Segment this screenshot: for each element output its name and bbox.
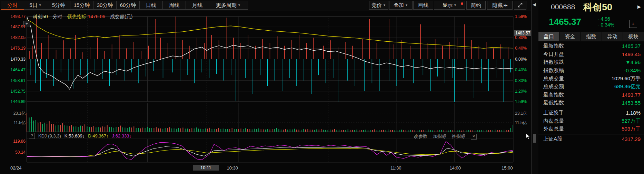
period-button-60分钟[interactable]: 60分钟 bbox=[116, 1, 140, 10]
divider bbox=[538, 108, 644, 108]
chart-region: 分时5日▼5分钟15分钟30分钟60分钟日线周线月线更多周期▼竞价▼叠加▼画线显… bbox=[0, 0, 531, 174]
double-arrow-icon: ▶▶ bbox=[504, 4, 507, 7]
time-label-11:30: 11:30 bbox=[390, 165, 402, 171]
time-label-10:11: 10:11 bbox=[193, 165, 219, 171]
price-tick-label: 1452.75 bbox=[1, 89, 26, 94]
time-axis: 02/2410:1110:3011:3014:0015:00 bbox=[0, 165, 531, 173]
chart-header: 科创50 分时 领先指标:1476.06 成交额(元) bbox=[33, 14, 132, 20]
period-button-分时[interactable]: 分时 bbox=[1, 1, 24, 10]
quote-row: 最低指数1453.55 bbox=[538, 99, 644, 107]
period-button-5分钟[interactable]: 5分钟 bbox=[47, 1, 70, 10]
scrollbar-thumb[interactable] bbox=[533, 134, 536, 143]
kdj-tick-label: 50.14 bbox=[1, 150, 26, 155]
trading-terminal: 分时5日▼5分钟15分钟30分钟60分钟日线周线月线更多周期▼竞价▼叠加▼画线显… bbox=[0, 0, 644, 174]
period-button-15分钟[interactable]: 15分钟 bbox=[70, 1, 93, 10]
time-label-10:30: 10:30 bbox=[227, 165, 238, 171]
chevron-down-icon: ▼ bbox=[39, 3, 42, 7]
panel-divider: ◀ bbox=[531, 0, 538, 174]
quote-label: 最低指数 bbox=[543, 100, 564, 106]
tab-板块[interactable]: 板块 bbox=[623, 32, 644, 41]
kdj-d-value: D:49.367↑ bbox=[88, 133, 108, 139]
kdj-help-icon[interactable]: ? bbox=[29, 133, 35, 139]
chart-canvas bbox=[0, 0, 531, 174]
price-tick-label: 1487.91 bbox=[1, 24, 26, 29]
volume-tick-label: 11.5亿 bbox=[1, 120, 26, 126]
tool-button-隐藏[interactable]: 隐藏▶▶ bbox=[487, 1, 513, 10]
kdj-toolbar: 改参数加指标换指标✕ bbox=[414, 133, 477, 140]
quote-row: 最高指数1493.77 bbox=[538, 91, 644, 99]
tab-盘口[interactable]: 盘口 bbox=[538, 32, 559, 41]
close-icon[interactable]: ✕ bbox=[471, 134, 477, 140]
fullscreen-icon[interactable] bbox=[514, 1, 526, 10]
tab-异动[interactable]: 异动 bbox=[602, 32, 623, 41]
kdj-title[interactable]: KDJ (9,3,3) bbox=[38, 133, 61, 139]
leading-indicator-label: 领先指标: bbox=[67, 14, 88, 19]
time-label-15:00: 15:00 bbox=[502, 165, 513, 171]
kdj-j-value: J:62.333↓ bbox=[112, 133, 131, 139]
quote-value: ▼4.96 bbox=[625, 59, 641, 65]
next-stock-icon[interactable]: ▶ bbox=[637, 4, 641, 9]
kdj-j-arrow-icon: ↓ bbox=[129, 133, 131, 139]
quote-label: 总成交额 bbox=[543, 83, 564, 90]
divider bbox=[538, 134, 644, 134]
quote-value: 1453.55 bbox=[622, 100, 641, 106]
collapse-panel-icon[interactable]: ◀ bbox=[533, 2, 536, 7]
chevron-down-icon: ▼ bbox=[405, 3, 408, 7]
kdj-d-arrow-icon: ↑ bbox=[106, 133, 109, 139]
quote-value: 527万手 bbox=[622, 118, 641, 124]
period-button-5日[interactable]: 5日▼ bbox=[24, 1, 47, 10]
quote-row: 外盘总量503万手 bbox=[538, 125, 644, 133]
quote-label: 指数涨跌 bbox=[543, 59, 564, 65]
time-label-14:00: 14:00 bbox=[450, 165, 461, 171]
kdj-link-改参数[interactable]: 改参数 bbox=[414, 133, 427, 140]
quote-label: 上证A股 bbox=[543, 136, 562, 142]
price-change: - 4.96 - 0.34% bbox=[598, 16, 614, 28]
tab-指数[interactable]: 指数 bbox=[581, 32, 602, 41]
tool-button-画线[interactable]: 画线 bbox=[413, 1, 433, 10]
kdj-k-value: K:53.689↓ bbox=[65, 133, 85, 139]
quote-label: 总成交量 bbox=[543, 75, 564, 82]
quote-row: 上证A股4317.29 bbox=[538, 135, 644, 143]
tool-button-简约[interactable]: 简约 bbox=[466, 1, 486, 10]
tool-button-竞价[interactable]: 竞价▼ bbox=[369, 1, 388, 10]
kdj-link-换指标[interactable]: 换指标 bbox=[452, 133, 465, 140]
quote-row: 指数涨幅-0.34% bbox=[538, 66, 644, 75]
quote-label: 最高指数 bbox=[543, 92, 564, 98]
panel-tabs: 盘口资金指数异动板块 bbox=[538, 32, 644, 41]
price-tick-label: 1482.05 bbox=[1, 35, 26, 40]
leading-indicator-value: 1476.06 bbox=[88, 14, 105, 19]
price-tick-label: 1464.47 bbox=[1, 68, 26, 72]
period-button-月线[interactable]: 月线 bbox=[186, 1, 209, 10]
quote-value: 1493.77 bbox=[622, 92, 641, 98]
quote-row: 总成交量1029.60万手 bbox=[538, 74, 644, 83]
quote-row: 最新指数1465.37 bbox=[538, 42, 644, 50]
period-button-日线[interactable]: 日线 bbox=[139, 1, 163, 10]
chevron-down-icon: ▼ bbox=[454, 3, 457, 7]
quote-value: 689.36亿元 bbox=[614, 83, 641, 90]
quote-value: 4317.29 bbox=[622, 136, 641, 142]
change-percent: - 0.34% bbox=[598, 22, 614, 28]
add-to-watchlist-button[interactable]: + bbox=[629, 20, 637, 28]
period-button-30分钟[interactable]: 30分钟 bbox=[93, 1, 117, 10]
kdj-link-加指标[interactable]: 加指标 bbox=[433, 133, 446, 140]
tool-button-叠加[interactable]: 叠加▼ bbox=[389, 1, 413, 10]
period-button-更多周期[interactable]: 更多周期▼ bbox=[209, 1, 248, 10]
kdj-tick-label: 119.86 bbox=[1, 139, 26, 144]
quote-value: 1465.37 bbox=[622, 43, 641, 49]
quote-label: 上证换手 bbox=[543, 110, 564, 116]
period-button-周线[interactable]: 周线 bbox=[162, 1, 186, 10]
turnover-axis-label: 成交额(元) bbox=[110, 14, 132, 20]
period-toolbar: 分时5日▼5分钟15分钟30分钟60分钟日线周线月线更多周期▼竞价▼叠加▼画线显… bbox=[0, 0, 531, 11]
mouse-cursor bbox=[526, 133, 531, 140]
quote-row: 今日开盘1493.45 bbox=[538, 50, 644, 59]
volume-tick-label: 23.1亿 bbox=[1, 111, 26, 116]
tool-button-显示[interactable]: 显示▼ bbox=[434, 1, 465, 10]
quote-row: 总成交额689.36亿元 bbox=[538, 83, 644, 91]
quote-value: -0.34% bbox=[624, 68, 641, 73]
chart-instrument-name: 科创50 bbox=[33, 14, 48, 20]
notification-dot-icon bbox=[461, 2, 463, 5]
stock-name: 科创50 bbox=[583, 1, 612, 13]
quote-row: 指数涨跌▼4.96 bbox=[538, 58, 644, 66]
tab-资金[interactable]: 资金 bbox=[559, 32, 581, 41]
price-tick-label: 1493.77 bbox=[1, 14, 26, 19]
